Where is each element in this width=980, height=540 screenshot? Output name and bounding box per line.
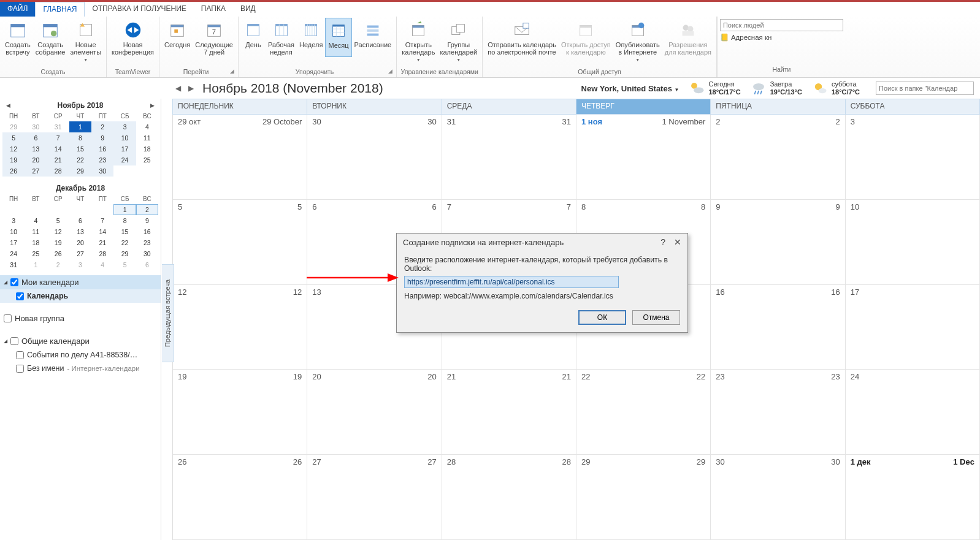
calendar-checkbox[interactable] xyxy=(16,292,24,300)
minical-day[interactable]: 1 xyxy=(113,204,136,215)
minical-day[interactable]: 28 xyxy=(47,165,69,177)
minical-day[interactable]: 7 xyxy=(47,132,69,143)
day-view-button[interactable]: День xyxy=(241,18,266,57)
minical-day[interactable]: 6 xyxy=(69,215,91,226)
calendar-day-cell[interactable]: 22 xyxy=(711,115,845,200)
calendar-day-cell[interactable]: 1 дек1 Dec xyxy=(846,455,980,540)
minical-day[interactable]: 13 xyxy=(69,226,91,237)
weather-location[interactable]: New York, United States ▼ xyxy=(581,84,679,93)
minical-day[interactable]: 30 xyxy=(91,165,113,177)
close-button[interactable]: ✕ xyxy=(674,237,681,247)
open-calendar-button[interactable]: Открытькалендарь▼ xyxy=(399,18,437,65)
minical-day[interactable]: 3 xyxy=(69,259,91,270)
ok-button[interactable]: ОК xyxy=(578,310,626,325)
minical-day[interactable]: 6 xyxy=(25,132,47,143)
minical-day[interactable]: 11 xyxy=(136,132,158,143)
prev-month-button[interactable]: ◀ xyxy=(172,84,185,93)
today-button[interactable]: Сегодня xyxy=(162,18,193,57)
share-calendar-button[interactable]: Открыть доступк календарю xyxy=(559,18,613,65)
shared-calendars-checkbox[interactable] xyxy=(10,337,18,345)
calendar-day-cell[interactable]: 1 ноя1 November xyxy=(576,115,711,200)
search-folder-input[interactable] xyxy=(876,82,974,95)
minical-day[interactable] xyxy=(69,204,91,215)
calendar-day-cell[interactable]: 2020 xyxy=(307,370,442,455)
minical-day[interactable]: 17 xyxy=(113,143,136,154)
calendar-day-cell[interactable]: 2323 xyxy=(711,370,845,455)
calendar-day-cell[interactable]: 1919 xyxy=(173,370,307,455)
minical-day[interactable]: 3 xyxy=(113,121,136,132)
minical-day[interactable]: 16 xyxy=(136,226,158,237)
calendar-day-cell[interactable]: 1212 xyxy=(173,285,307,370)
calendar-day-cell[interactable]: 2929 xyxy=(576,455,711,540)
unnamed-checkbox[interactable] xyxy=(16,365,24,373)
minical-day[interactable]: 15 xyxy=(69,143,91,154)
minical-day[interactable]: 20 xyxy=(69,237,91,248)
week-view-button[interactable]: Неделя xyxy=(297,18,325,57)
minical-day[interactable]: 23 xyxy=(136,237,158,248)
minical-day[interactable]: 21 xyxy=(91,237,113,248)
minical-day[interactable]: 17 xyxy=(2,237,25,248)
minical-day[interactable]: 9 xyxy=(136,215,158,226)
minical-day[interactable]: 7 xyxy=(91,215,113,226)
minical-day[interactable]: 29 xyxy=(2,121,25,132)
minical-day[interactable]: 5 xyxy=(2,132,25,143)
sidebar-item-case-events[interactable]: События по делу А41-88538/… xyxy=(0,348,161,362)
minical-day[interactable]: 4 xyxy=(25,215,47,226)
new-items-button[interactable]: Новыеэлементы▼ xyxy=(67,18,104,65)
cancel-button[interactable]: Отмена xyxy=(632,310,680,325)
calendar-day-cell[interactable]: 24 xyxy=(846,370,980,455)
minical-day[interactable]: 30 xyxy=(25,121,47,132)
minical-day[interactable]: 19 xyxy=(47,237,69,248)
calendar-day-cell[interactable]: 3030 xyxy=(711,455,845,540)
minical-day[interactable]: 11 xyxy=(25,226,47,237)
tab-view[interactable]: ВИД xyxy=(233,2,263,17)
minical-day[interactable]: 24 xyxy=(2,248,25,259)
calendar-day-cell[interactable]: 2626 xyxy=(173,455,307,540)
calendar-day-cell[interactable]: 2727 xyxy=(307,455,442,540)
minical-day[interactable]: 22 xyxy=(69,154,91,165)
calendar-day-cell[interactable]: 3 xyxy=(846,115,980,200)
minical-day[interactable]: 10 xyxy=(113,132,136,143)
minical-day[interactable]: 1 xyxy=(25,259,47,270)
minical-day[interactable]: 23 xyxy=(91,154,113,165)
minical-next-button[interactable]: ▶ xyxy=(150,102,155,108)
minical-day[interactable]: 29 xyxy=(69,165,91,177)
calendar-day-cell[interactable]: 2222 xyxy=(576,370,711,455)
minical-day[interactable] xyxy=(136,165,158,177)
minical-day[interactable]: 6 xyxy=(136,259,158,270)
minical-day[interactable]: 18 xyxy=(25,237,47,248)
minical-day[interactable]: 12 xyxy=(2,143,25,154)
minical-day[interactable]: 20 xyxy=(25,154,47,165)
minical-day[interactable]: 3 xyxy=(2,215,25,226)
minical-day[interactable]: 21 xyxy=(47,154,69,165)
minical-day[interactable]: 4 xyxy=(136,121,158,132)
calendar-day-cell[interactable]: 1616 xyxy=(711,285,845,370)
minical-day[interactable]: 8 xyxy=(69,132,91,143)
my-calendars-checkbox[interactable] xyxy=(10,278,18,286)
minical-day[interactable]: 31 xyxy=(2,259,25,270)
tab-folder[interactable]: ПАПКА xyxy=(194,2,233,17)
calendar-day-cell[interactable]: 10 xyxy=(846,200,980,285)
minical-day[interactable] xyxy=(91,204,113,215)
tab-file[interactable]: ФАЙЛ xyxy=(0,2,35,17)
calendar-day-cell[interactable]: 17 xyxy=(846,285,980,370)
dialog-launcher-icon[interactable]: ◢ xyxy=(388,68,392,74)
previous-appointment-tab[interactable]: Предыдущая встреча xyxy=(162,264,174,362)
email-calendar-button[interactable]: Отправить календарьпо электронной почте xyxy=(485,18,559,65)
sidebar-item-new-group[interactable]: Новая группа xyxy=(0,311,161,325)
minical-day[interactable]: 25 xyxy=(25,248,47,259)
minical-day[interactable]: 31 xyxy=(47,121,69,132)
minical-day[interactable]: 5 xyxy=(113,259,136,270)
next-7-days-button[interactable]: 7Следующие7 дней xyxy=(193,18,235,57)
sidebar-group-shared-calendars[interactable]: ◢Общие календари xyxy=(0,334,161,348)
minical-day[interactable]: 16 xyxy=(91,143,113,154)
month-view-button[interactable]: Месяц xyxy=(325,18,351,57)
calendar-day-cell[interactable]: 55 xyxy=(173,200,307,285)
calendar-url-input[interactable] xyxy=(404,276,619,288)
minical-prev-button[interactable]: ◀ xyxy=(6,102,10,108)
minical-day[interactable]: 29 xyxy=(113,248,136,259)
minical-day[interactable]: 10 xyxy=(2,226,25,237)
minical-day[interactable] xyxy=(113,165,136,177)
calendar-day-cell[interactable]: 99 xyxy=(711,200,845,285)
next-month-button[interactable]: ▶ xyxy=(185,84,197,93)
